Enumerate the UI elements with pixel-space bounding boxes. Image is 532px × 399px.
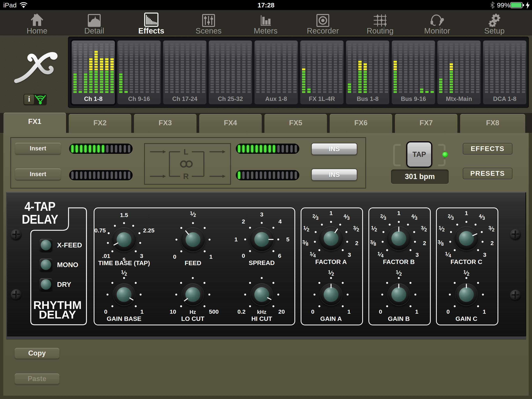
svg-text:L: L bbox=[184, 148, 188, 156]
svg-text:R: R bbox=[183, 172, 189, 180]
